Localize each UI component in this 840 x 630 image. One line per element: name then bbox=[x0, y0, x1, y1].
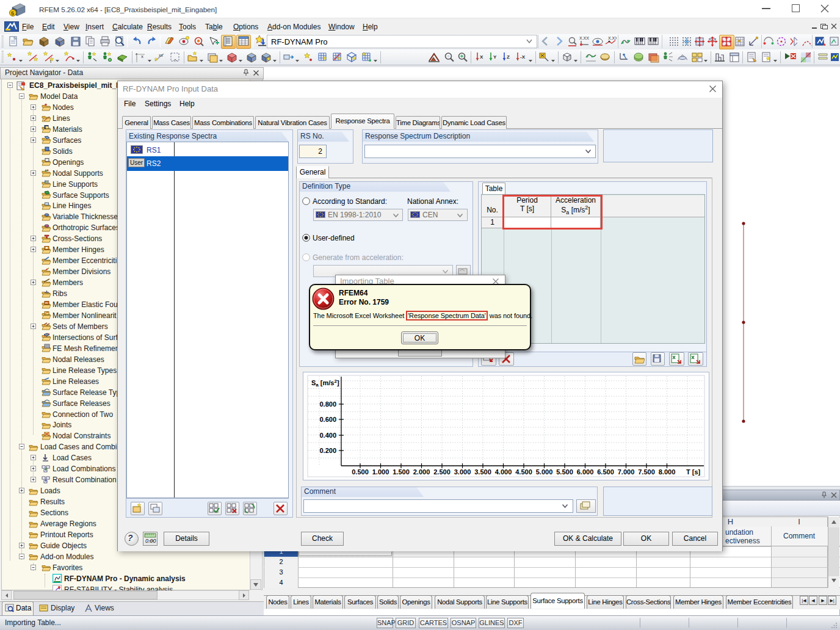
svg-text:Y: Y bbox=[493, 54, 497, 60]
svg-text:2.000: 2.000 bbox=[413, 468, 430, 476]
svg-text:x: x bbox=[141, 54, 143, 59]
svg-text:7.500: 7.500 bbox=[638, 468, 655, 476]
svg-text:0.400: 0.400 bbox=[319, 432, 336, 439]
svg-text:3.000: 3.000 bbox=[454, 468, 471, 476]
svg-text:1.000: 1.000 bbox=[372, 468, 389, 476]
svg-text:33: 33 bbox=[45, 180, 49, 184]
svg-text:3.500: 3.500 bbox=[474, 468, 491, 476]
svg-text:7.000: 7.000 bbox=[618, 468, 635, 476]
svg-text:0.600: 0.600 bbox=[319, 416, 336, 423]
svg-text:5: 5 bbox=[11, 10, 14, 16]
svg-text:6.500: 6.500 bbox=[597, 468, 614, 476]
svg-text:-X: -X bbox=[520, 54, 526, 60]
svg-text:0.800: 0.800 bbox=[319, 400, 336, 408]
svg-text:2.500: 2.500 bbox=[433, 468, 451, 476]
svg-text:6.000: 6.000 bbox=[577, 468, 594, 476]
svg-text:X.XX: X.XX bbox=[608, 36, 617, 40]
svg-text:5.500: 5.500 bbox=[556, 468, 573, 476]
svg-text:xx: xx bbox=[159, 53, 164, 57]
svg-text:X: X bbox=[480, 54, 483, 60]
svg-text:Z: Z bbox=[507, 54, 510, 60]
svg-text:m: m bbox=[45, 301, 48, 305]
svg-text:I: I bbox=[50, 59, 51, 63]
svg-text:5.000: 5.000 bbox=[536, 468, 553, 476]
svg-text:0.200: 0.200 bbox=[319, 447, 336, 454]
svg-text:4.500: 4.500 bbox=[515, 468, 532, 476]
svg-text:8.000: 8.000 bbox=[659, 468, 676, 476]
svg-text:4.000: 4.000 bbox=[495, 468, 512, 476]
svg-text:X.XX: X.XX bbox=[579, 36, 589, 40]
svg-text:0.500: 0.500 bbox=[352, 468, 369, 476]
svg-text:1.500: 1.500 bbox=[393, 468, 410, 476]
svg-text:T [s]: T [s] bbox=[686, 468, 701, 476]
